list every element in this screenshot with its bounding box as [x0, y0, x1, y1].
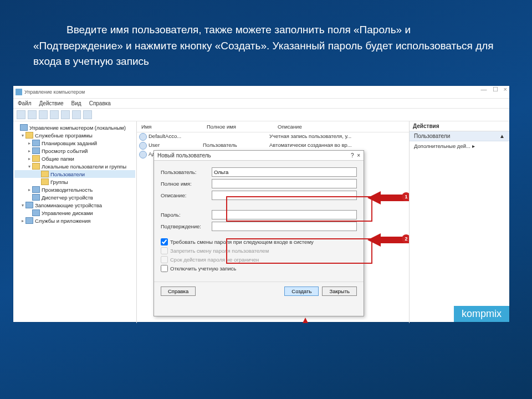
tree-perf[interactable]: Производительность — [42, 187, 93, 193]
window-title: Управление компьютером — [24, 89, 85, 95]
password-label: Пароль: — [161, 212, 212, 218]
toolbar-icon[interactable] — [39, 110, 48, 119]
tree-diskmgr[interactable]: Управление дисками — [42, 210, 93, 216]
toolbar-icon[interactable] — [72, 110, 81, 119]
maximize-button[interactable]: ☐ — [493, 86, 498, 93]
cb-label: Запретить смену пароля пользователем — [170, 248, 269, 254]
actions-pane: Действия Пользователи▲ Дополнительные де… — [410, 121, 509, 323]
tree-devmgr[interactable]: Диспетчер устройств — [42, 195, 93, 201]
create-button[interactable]: Создать — [284, 287, 319, 296]
app-icon — [16, 89, 22, 95]
cb-label: Срок действия пароля не ограничен — [170, 257, 259, 263]
password-input[interactable] — [212, 210, 357, 219]
pwd-never-expires-checkbox — [161, 256, 168, 263]
close-button[interactable]: × — [504, 86, 507, 93]
toolbar-icon[interactable] — [83, 110, 92, 119]
menubar: Файл Действие Вид Справка — [13, 99, 509, 109]
tree-users[interactable]: Пользователи — [50, 171, 85, 177]
user-label: Пользователь: — [161, 169, 212, 175]
user-row[interactable]: UserПользовательАвтоматически созданная … — [137, 141, 409, 150]
titlebar: Управление компьютером — ☐ × — [13, 86, 509, 99]
intro-text: Введите имя пользователя, также можете з… — [33, 24, 494, 67]
user-icon — [139, 151, 147, 158]
watermark: kompmix — [454, 306, 509, 322]
toolbar-icon[interactable] — [28, 110, 37, 119]
fullname-label: Полное имя: — [161, 181, 212, 187]
actions-more[interactable]: Дополнительные дей... ▸ — [410, 141, 509, 151]
toolbar-icon[interactable] — [61, 110, 70, 119]
username-input[interactable] — [212, 167, 357, 177]
col-fullname[interactable]: Полное имя — [204, 122, 275, 131]
dialog-title: Новый пользователь — [157, 152, 211, 158]
menu-view[interactable]: Вид — [71, 100, 81, 106]
menu-action[interactable]: Действие — [39, 100, 64, 106]
tree-scheduler[interactable]: Планировщик заданий — [42, 140, 97, 146]
tree-storage[interactable]: Запоминающие устройства — [35, 202, 102, 208]
user-icon — [139, 142, 147, 150]
tree-services[interactable]: Служебные программы — [35, 132, 93, 139]
new-user-dialog: Новый пользователь ? × Пользователь: Пол… — [154, 150, 364, 316]
badge-2: 2 — [402, 234, 410, 243]
tree-local-users[interactable]: Локальные пользователи и группы — [42, 163, 126, 170]
disable-account-checkbox[interactable] — [161, 265, 168, 272]
description-input[interactable] — [212, 191, 357, 200]
actions-users[interactable]: Пользователи▲ — [410, 131, 509, 141]
dialog-help-icon[interactable]: ? — [351, 152, 354, 158]
screenshot-frame: Управление компьютером — ☐ × Файл Действ… — [13, 86, 509, 322]
tree-groups[interactable]: Группы — [50, 179, 68, 185]
tree-shared[interactable]: Общие папки — [42, 156, 74, 162]
desc-label: Описание: — [161, 192, 212, 198]
confirm-input[interactable] — [212, 222, 357, 231]
cb-label: Отключить учетную запись — [170, 265, 236, 272]
content-pane: Имя Полное имя Описание DefaultAcco...Уч… — [137, 121, 410, 323]
menu-file[interactable]: Файл — [18, 100, 32, 106]
tree-events[interactable]: Просмотр событий — [42, 148, 88, 154]
menu-help[interactable]: Справка — [89, 100, 111, 106]
col-desc[interactable]: Описание — [275, 122, 304, 131]
dialog-close-icon[interactable]: × — [357, 152, 360, 158]
confirm-label: Подтверждение: — [161, 223, 212, 229]
minimize-button[interactable]: — — [481, 86, 487, 93]
user-row[interactable]: DefaultAcco...Учетная запись пользовател… — [137, 132, 409, 141]
svg-marker-2 — [299, 318, 312, 323]
require-pwd-change-checkbox[interactable] — [161, 238, 168, 245]
actions-header: Действия — [410, 121, 509, 131]
toolbar-icon[interactable] — [50, 110, 59, 119]
toolbar — [13, 109, 509, 121]
user-icon — [139, 133, 147, 141]
col-name[interactable]: Имя — [139, 122, 204, 131]
tree-svcapps[interactable]: Службы и приложения — [35, 218, 90, 224]
close-button[interactable]: Закрыть — [322, 287, 357, 296]
toolbar-icon[interactable] — [17, 110, 25, 119]
fullname-input[interactable] — [212, 179, 357, 188]
help-button[interactable]: Справка — [161, 287, 196, 296]
tree-root[interactable]: Управление компьютером (локальным) — [29, 125, 126, 131]
nav-tree[interactable]: Управление компьютером (локальным) ▾Служ… — [13, 121, 137, 323]
disallow-pwd-change-checkbox — [161, 247, 168, 254]
cb-label: Требовать смены пароля при следующем вхо… — [170, 239, 314, 245]
arrow-3 — [298, 318, 313, 323]
badge-1: 1 — [402, 192, 410, 201]
collapse-icon[interactable]: ▲ — [499, 133, 505, 139]
